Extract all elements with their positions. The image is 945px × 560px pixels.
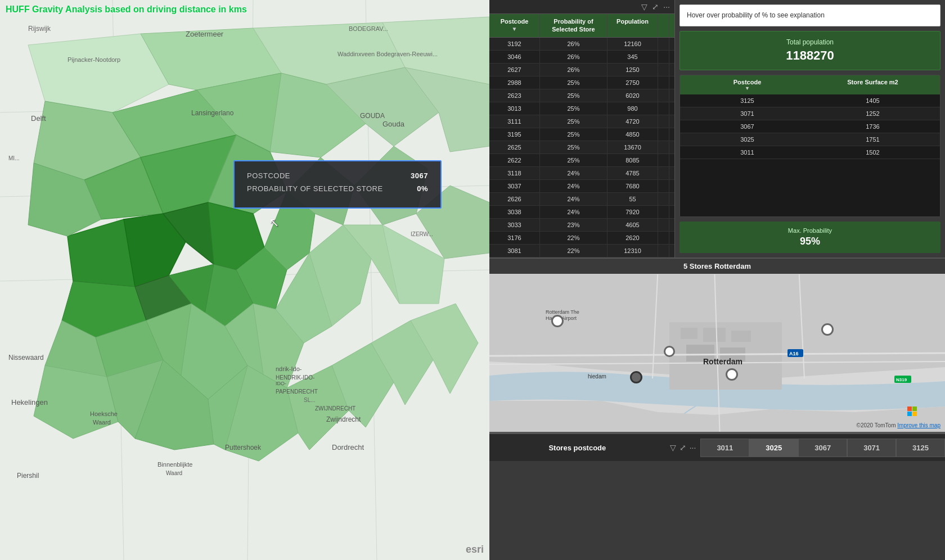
store-surface-m2-header[interactable]: Store Surface m2 (810, 79, 935, 91)
row-action-cell (658, 76, 669, 89)
probability-cell: 24% (540, 167, 608, 179)
postcode-tab-3071[interactable]: 3071 (847, 439, 896, 457)
svg-rect-86 (731, 331, 751, 342)
improve-map-link[interactable]: Improve this map (897, 422, 940, 428)
postcode-cell: 2988 (489, 76, 540, 89)
svg-text:ZWIJNDRECHT: ZWIJNDRECHT (315, 405, 356, 412)
svg-text:Delft: Delft (31, 114, 46, 123)
table-row[interactable]: 2622 25% 8085 (489, 154, 674, 167)
svg-text:Puttershoek: Puttershoek (225, 444, 262, 451)
table-row[interactable]: 3118 24% 4785 (489, 167, 674, 180)
more-options-icon[interactable]: ··· (663, 2, 670, 11)
rotterdam-map-title: 5 Stores Rotterdam (489, 259, 945, 274)
postcode-cell: 2623 (489, 89, 540, 102)
svg-rect-85 (703, 328, 726, 342)
store-dot-4[interactable] (726, 368, 738, 381)
probability-cell: 25% (540, 89, 608, 102)
svg-text:Rotterdam The: Rotterdam The (546, 309, 579, 315)
svg-text:A16: A16 (789, 351, 799, 356)
postcode-sort-arrow[interactable]: ▼ (492, 25, 537, 33)
probability-cell: 22% (540, 245, 608, 257)
population-cell: 12310 (608, 245, 658, 257)
svg-text:Waard: Waard (93, 419, 111, 426)
row-action-cell (658, 167, 669, 179)
postcode-tab-3025[interactable]: 3025 (749, 439, 798, 457)
table-row[interactable]: 3013 25% 980 (489, 102, 674, 115)
tooltip-probability-value: 0% (417, 184, 428, 193)
store-surface-row[interactable]: 3067 1736 (680, 120, 940, 133)
population-cell: 2750 (608, 76, 658, 89)
table-row[interactable]: 3176 22% 2620 (489, 232, 674, 245)
probability-cell: 25% (540, 154, 608, 166)
probability-cell: 26% (540, 38, 608, 50)
row-action-cell (658, 89, 669, 102)
population-cell: 8085 (608, 154, 658, 166)
store-surface-row[interactable]: 3025 1751 (680, 133, 940, 146)
total-population-box: Total population 1188270 (680, 31, 940, 70)
postcode-cell: 3118 (489, 167, 540, 179)
store-surface-row[interactable]: 3125 1405 (680, 94, 940, 107)
rotterdam-map[interactable]: 5 Stores Rotterdam (489, 259, 945, 433)
main-map[interactable]: HUFF Gravity Analysis based on driving d… (0, 0, 489, 560)
population-cell: 12160 (608, 38, 658, 50)
svg-text:Waard: Waard (166, 470, 182, 476)
probability-cell: 24% (540, 193, 608, 205)
table-row[interactable]: 2625 25% 13670 (489, 141, 674, 154)
svg-text:N319: N319 (896, 377, 907, 382)
population-cell: 4785 (608, 167, 658, 179)
store-dot-2[interactable] (664, 346, 675, 357)
stores-filter-icon[interactable]: ▽ (670, 443, 676, 452)
table-row[interactable]: 3195 25% 4850 (489, 128, 674, 141)
postcode-tab-3067[interactable]: 3067 (798, 439, 847, 457)
store-surface-box: Postcode ▼ Store Surface m2 3125 1405 30… (680, 75, 940, 217)
svg-text:IDO-: IDO- (276, 381, 286, 386)
table-row[interactable]: 3192 26% 12160 (489, 38, 674, 51)
table-row[interactable]: 2626 24% 55 (489, 193, 674, 206)
table-row[interactable]: 3037 24% 7680 (489, 180, 674, 193)
table-row[interactable]: 3081 22% 12310 (489, 245, 674, 258)
table-row[interactable]: 3038 24% 7920 (489, 206, 674, 219)
export-icon[interactable]: ⤢ (652, 2, 659, 11)
filter-icon[interactable]: ▽ (641, 2, 647, 11)
store-postcode-sort[interactable]: ▼ (685, 85, 810, 91)
svg-text:Rijswijk: Rijswijk (28, 25, 51, 33)
stores-more-icon[interactable]: ··· (690, 443, 696, 452)
probability-cell: 25% (540, 76, 608, 89)
table-header: Postcode ▼ Probability of Selected Store… (489, 14, 674, 38)
microsoft-logo (907, 407, 917, 416)
store-surface-row[interactable]: 3071 1252 (680, 107, 940, 120)
row-action-cell (658, 232, 669, 244)
row-action-cell (658, 245, 669, 257)
table-body[interactable]: 3192 26% 12160 3046 26% 345 2627 26% 125… (489, 38, 674, 258)
stores-export-icon[interactable]: ⤢ (680, 443, 686, 452)
table-row[interactable]: 3111 25% 4720 (489, 115, 674, 128)
postcode-tab-3011[interactable]: 3011 (700, 439, 749, 457)
store-dot-5[interactable] (821, 323, 834, 336)
svg-text:hiedam: hiedam (588, 373, 606, 380)
table-row[interactable]: 3046 26% 345 (489, 51, 674, 64)
population-cell: 6020 (608, 89, 658, 102)
postcode-column-header[interactable]: Postcode ▼ (489, 14, 540, 37)
probability-cell: 26% (540, 64, 608, 76)
population-cell: 4850 (608, 128, 658, 141)
tooltip-probability-label: PROBABILITY OF SELECTED STORE (247, 184, 383, 193)
table-row[interactable]: 2627 26% 1250 (489, 64, 674, 76)
svg-text:SL...: SL... (304, 397, 316, 403)
store-postcode-cell: 3011 (685, 149, 810, 156)
row-action-cell (658, 102, 669, 115)
population-column-header[interactable]: Population (608, 14, 658, 37)
store-dot-3[interactable] (630, 371, 642, 383)
row-action-cell (658, 219, 669, 231)
store-surface-row[interactable]: 3011 1502 (680, 146, 940, 159)
store-surface-postcode-header[interactable]: Postcode ▼ (685, 79, 810, 91)
total-population-label: Total population (689, 38, 931, 46)
population-cell: 55 (608, 193, 658, 205)
probability-cell: 26% (540, 51, 608, 63)
store-dot-1[interactable] (551, 315, 564, 327)
table-row[interactable]: 3033 23% 4605 (489, 219, 674, 232)
table-row[interactable]: 2988 25% 2750 (489, 76, 674, 89)
probability-column-header[interactable]: Probability of Selected Store (540, 14, 608, 37)
probability-cell: 24% (540, 180, 608, 192)
postcode-tab-3125[interactable]: 3125 (896, 439, 945, 457)
table-row[interactable]: 2623 25% 6020 (489, 89, 674, 102)
